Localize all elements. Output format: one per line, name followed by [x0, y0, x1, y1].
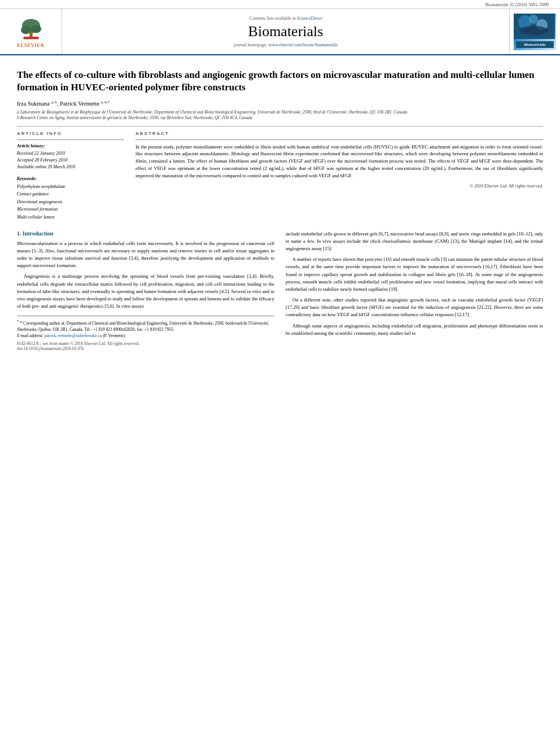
author-irza: Irza Sukmana a, b, Patrick Vermette a, b…	[17, 101, 110, 107]
history-label: Article history:	[17, 143, 124, 148]
keyword-2: Contact guidance	[17, 190, 124, 198]
citation-bar: Biomaterials 31 (2010) 5091–5099	[0, 0, 560, 9]
info-divider-top	[17, 139, 124, 140]
biomaterials-cover-image	[514, 14, 555, 39]
accepted-date: Accepted 28 February 2010	[17, 157, 124, 164]
info-abstract-section: Article Info Article history: Received 2…	[17, 131, 543, 221]
intro-para-1: Microvascularization is a process in whi…	[17, 240, 274, 270]
received-date: Received 22 January 2010	[17, 150, 124, 157]
journal-homepage-link[interactable]: www.elsevier.com/locate/biomaterials	[269, 42, 338, 47]
svg-point-9	[520, 26, 548, 35]
body-left-col: 1. Introduction Microvascularization is …	[17, 230, 274, 352]
intro-body-left: Microvascularization is a process in whi…	[17, 240, 274, 311]
issn-text: 0142-9612/$ – see front matter © 2010 El…	[17, 341, 274, 346]
keywords-label: Keywords:	[17, 176, 124, 181]
affiliation-a: a Laboratoire de Bioingénierie et de Bio…	[17, 110, 543, 116]
journal-center: Contents lists available at ScienceDirec…	[62, 9, 509, 54]
science-direct-line: Contents lists available at ScienceDirec…	[250, 16, 322, 21]
header-divider	[17, 126, 543, 126]
article-title: The effects of co-culture with fibroblas…	[17, 69, 543, 94]
svg-rect-3	[29, 32, 32, 37]
article-info-label: Article Info	[17, 131, 124, 136]
article-info-col: Article Info Article history: Received 2…	[17, 131, 124, 221]
main-content: The effects of co-culture with fibroblas…	[0, 55, 560, 362]
keyword-1: Polyethylene terephthalate	[17, 183, 124, 191]
journal-homepage-text: journal homepage:	[234, 42, 269, 47]
biomaterials-logo-area: Biomaterials	[509, 9, 560, 54]
footnote-area: * * Corresponding author at; Department …	[17, 316, 274, 339]
svg-point-8	[529, 15, 538, 24]
abstract-text: In the present study, polymer monofilame…	[135, 143, 543, 180]
elsevier-tree-icon	[14, 16, 48, 41]
science-direct-link[interactable]: ScienceDirect	[297, 16, 322, 21]
journal-header: ELSEVIER Contents lists available at Sci…	[0, 9, 560, 55]
citation-text: Biomaterials 31 (2010) 5091–5099	[485, 2, 549, 7]
svg-point-2	[31, 25, 41, 33]
svg-rect-4	[23, 36, 38, 39]
footnote-text: * Corresponding author at; Department of…	[17, 321, 269, 332]
email-line: E-mail address: patrick.vermette@usherbr…	[17, 333, 274, 339]
right-para-3: On a different note, other studies repor…	[286, 296, 543, 319]
intro-para-2: Angiogenesis is a multistage process inv…	[17, 273, 274, 310]
journal-homepage-line: journal homepage: www.elsevier.com/locat…	[234, 42, 338, 47]
copyright-line: © 2010 Elsevier Ltd. All rights reserved…	[135, 184, 543, 189]
intro-body-right: include endothelial cells grown in diffe…	[286, 230, 543, 337]
biomaterials-logo-box: Biomaterials	[514, 14, 556, 50]
available-date: Available online 29 March 2010	[17, 164, 124, 171]
right-para-1: include endothelial cells grown in diffe…	[286, 230, 543, 253]
right-para-2: A number of reports have shown that peri…	[286, 256, 543, 293]
affiliation-b: b Research Centre on Aging, Institut uni…	[17, 115, 543, 121]
doi-text: doi:10.1016/j.biomaterials.2010.02.076	[17, 346, 274, 351]
authors-line: Irza Sukmana a, b, Patrick Vermette a, b…	[17, 99, 543, 107]
affiliations: a Laboratoire de Bioingénierie et de Bio…	[17, 110, 543, 121]
issn-line: 0142-9612/$ – see front matter © 2010 El…	[17, 341, 274, 351]
body-right-col: include endothelial cells grown in diffe…	[286, 230, 543, 352]
footnote-star: * * Corresponding author at; Department …	[17, 318, 274, 333]
email-suffix: (P. Vermette).	[103, 333, 126, 338]
email-address[interactable]: patrick.vermette@usherbrooke.ca	[45, 333, 102, 338]
abstract-divider	[135, 139, 543, 140]
body-two-col: 1. Introduction Microvascularization is …	[17, 230, 543, 352]
elsevier-label: ELSEVIER	[17, 43, 44, 48]
keyword-4: Microvessel formation	[17, 206, 124, 213]
keyword-5: Multi-cellular lumen	[17, 213, 124, 221]
keywords-list: Polyethylene terephthalate Contact guida…	[17, 183, 124, 221]
abstract-col: Abstract In the present study, polymer m…	[135, 131, 543, 221]
body-section: 1. Introduction Microvascularization is …	[17, 230, 543, 352]
journal-title: Biomaterials	[248, 23, 323, 40]
biomaterials-logo-text: Biomaterials	[516, 41, 554, 48]
email-label: E-mail address:	[17, 333, 43, 338]
right-para-4: Although some aspects of angiogenesis, i…	[286, 322, 543, 337]
keyword-3: Directional angiogenesis	[17, 198, 124, 206]
intro-heading: 1. Introduction	[17, 230, 274, 237]
elsevier-logo-area: ELSEVIER	[0, 9, 62, 54]
abstract-label: Abstract	[135, 131, 543, 136]
